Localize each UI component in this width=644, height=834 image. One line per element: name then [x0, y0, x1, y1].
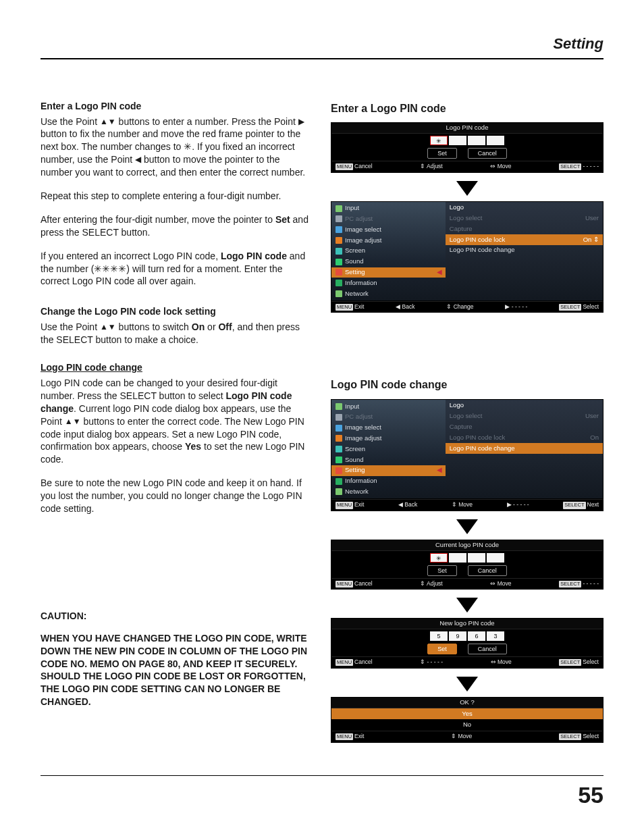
- pin-digit-1[interactable]: ✳: [430, 136, 448, 145]
- menu-item-label: PC adjust: [345, 215, 373, 224]
- para-pin-change-2: Be sure to note the new Logo PIN code an…: [41, 477, 313, 515]
- pin-digit-1[interactable]: 5: [430, 631, 448, 641]
- submenu-label: Logo PIN code change: [450, 444, 515, 453]
- text-column: Enter a Logo PIN code Use the Point ▲▼ b…: [41, 100, 313, 748]
- menu-item-sound[interactable]: Sound: [331, 454, 446, 465]
- menu-panel-change: InputPC adjustImage selectImage adjustSc…: [331, 399, 603, 499]
- submenu-item-logo-pin-code-change[interactable]: Logo PIN code change: [446, 443, 603, 454]
- menu-item-network[interactable]: Network: [331, 288, 446, 299]
- submenu-item-logo-select[interactable]: Logo selectUser: [446, 411, 603, 422]
- dialog-title: OK ?: [331, 698, 603, 708]
- svg-rect-0: [336, 205, 342, 212]
- submenu-item-logo-select[interactable]: Logo selectUser: [446, 213, 603, 224]
- menu-item-image-select[interactable]: Image select: [331, 423, 446, 434]
- menu-item-setting[interactable]: Setting◀: [331, 465, 446, 476]
- pin-digit-2[interactable]: 9: [449, 631, 466, 641]
- pin-digit-3[interactable]: [468, 136, 485, 145]
- menu-item-information[interactable]: Information: [331, 476, 446, 487]
- submenu-item-logo-pin-code-lock[interactable]: Logo PIN code lockOn ⇕: [446, 234, 603, 245]
- svg-rect-3: [336, 237, 342, 244]
- submenu-item-capture[interactable]: Capture: [446, 422, 603, 433]
- pin-digit-1[interactable]: ✳: [430, 553, 448, 563]
- para-enter-4: If you entered an incorrect Logo PIN cod…: [41, 250, 313, 288]
- pin-digit-4[interactable]: 3: [487, 631, 504, 641]
- dialog-title: Logo PIN code: [331, 123, 603, 134]
- menu-item-label: Input: [345, 402, 359, 411]
- menu-item-pc-adjust[interactable]: PC adjust: [331, 214, 446, 225]
- set-button[interactable]: Set: [427, 565, 457, 576]
- pin-dialog-enter: Logo PIN code ✳ Set Cancel MENUCancel ⇕ …: [331, 122, 603, 172]
- menu-item-input[interactable]: Input: [331, 401, 446, 412]
- cancel-button[interactable]: Cancel: [468, 644, 507, 654]
- svg-rect-14: [336, 457, 342, 463]
- menu-item-label: Sound: [345, 257, 363, 266]
- menu-icon: [335, 435, 342, 442]
- svg-rect-1: [336, 215, 342, 222]
- no-button[interactable]: No: [331, 719, 603, 731]
- menu-item-label: Information: [345, 477, 377, 486]
- menu-icon: [335, 467, 342, 474]
- menu-item-label: Network: [345, 290, 369, 298]
- menu-icon: [335, 424, 342, 432]
- para-enter-1: Use the Point ▲▼ buttons to enter a numb…: [41, 115, 313, 179]
- menu-item-label: Image adjust: [345, 236, 381, 245]
- menu-item-screen[interactable]: Screen: [331, 246, 446, 257]
- svg-rect-17: [336, 488, 342, 495]
- para-pin-change-1: Logo PIN code can be changed to your des…: [41, 377, 313, 466]
- menu-item-information[interactable]: Information: [331, 278, 446, 288]
- para-enter-2: Repeat this step to complete entering a …: [41, 190, 313, 203]
- menu-item-image-adjust[interactable]: Image adjust: [331, 434, 446, 444]
- menu-icon: [335, 247, 342, 255]
- arrow-down-icon: [456, 181, 478, 196]
- menu-icon: [335, 258, 342, 265]
- heading-change-lock: Change the Logo PIN code lock setting: [41, 305, 313, 318]
- submenu-item-capture[interactable]: Capture: [446, 224, 603, 234]
- hint-bar-menu-a: MENUExit ◀ Back ⇕ Change ▶ - - - - - SEL…: [331, 301, 603, 313]
- set-button[interactable]: Set: [427, 644, 457, 654]
- pin-digit-3[interactable]: [468, 553, 485, 563]
- svg-rect-8: [336, 290, 342, 297]
- submenu-label: Capture: [450, 423, 473, 432]
- menu-item-network[interactable]: Network: [331, 487, 446, 498]
- figure-a-title: Enter a Logo PIN code: [331, 101, 603, 116]
- hint-bar: MENUCancel ⇕ Adjust ⇔ Move SELECT- - - -…: [331, 578, 603, 589]
- menu-item-sound[interactable]: Sound: [331, 257, 446, 267]
- arrow-down-icon: [456, 677, 478, 692]
- menu-item-label: Information: [345, 279, 377, 288]
- svg-rect-10: [336, 414, 342, 421]
- submenu-label: Logo select: [450, 214, 483, 223]
- menu-item-label: Screen: [345, 246, 365, 255]
- pin-digit-4[interactable]: [487, 136, 504, 145]
- cancel-button[interactable]: Cancel: [468, 565, 507, 576]
- menu-item-pc-adjust[interactable]: PC adjust: [331, 412, 446, 423]
- page-number: 55: [41, 780, 603, 811]
- menu-item-screen[interactable]: Screen: [331, 444, 446, 454]
- heading-pin-change: Logo PIN code change: [41, 361, 313, 374]
- menu-item-label: Input: [345, 204, 359, 213]
- cancel-button[interactable]: Cancel: [468, 148, 507, 159]
- set-button[interactable]: Set: [427, 148, 457, 159]
- menu-item-input[interactable]: Input: [331, 203, 446, 214]
- menu-item-image-select[interactable]: Image select: [331, 224, 446, 235]
- pin-dialog-new: New logo PIN code 5 9 6 3 Set Cancel MEN…: [331, 618, 603, 668]
- pin-digit-2[interactable]: [449, 553, 466, 563]
- menu-item-setting[interactable]: Setting◀: [331, 267, 446, 278]
- submenu-item-logo-pin-code-lock[interactable]: Logo PIN code lockOn: [446, 433, 603, 444]
- pin-digit-3[interactable]: 6: [468, 631, 485, 641]
- menu-icon: [335, 477, 342, 485]
- svg-rect-13: [336, 446, 342, 452]
- arrow-down-icon: [456, 519, 478, 534]
- submenu-item-logo-pin-code-change[interactable]: Logo PIN code change: [446, 245, 603, 256]
- menu-icon: [335, 290, 342, 298]
- pin-digit-4[interactable]: [487, 553, 504, 563]
- svg-rect-6: [336, 269, 342, 276]
- yes-button[interactable]: Yes: [331, 708, 603, 720]
- svg-rect-15: [336, 467, 342, 474]
- menu-item-label: Sound: [345, 456, 363, 465]
- menu-item-label: Setting: [345, 466, 365, 475]
- pin-digit-2[interactable]: [449, 136, 466, 145]
- page-header: Setting: [41, 34, 603, 54]
- menu-icon: [335, 269, 342, 276]
- submenu-value: User: [585, 214, 599, 223]
- menu-item-image-adjust[interactable]: Image adjust: [331, 235, 446, 246]
